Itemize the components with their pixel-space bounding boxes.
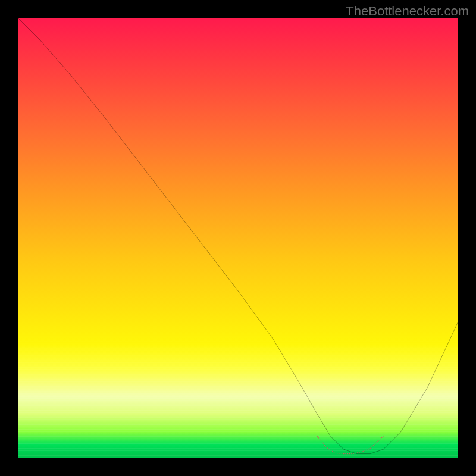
plot-area <box>18 18 458 458</box>
bottleneck-curve <box>18 18 458 454</box>
optimal-range-marker <box>317 436 383 454</box>
chart-container: TheBottlenecker.com <box>0 0 476 476</box>
curve-layer <box>18 18 458 458</box>
watermark-text: TheBottlenecker.com <box>346 4 469 19</box>
